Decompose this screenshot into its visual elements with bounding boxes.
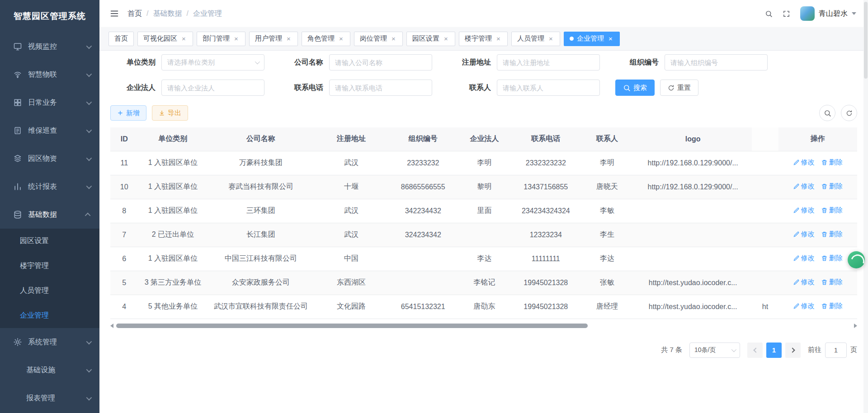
next-page-button[interactable] — [785, 343, 801, 358]
chevron-down-icon — [731, 347, 736, 352]
delete-row-button[interactable]: 删除 — [821, 158, 843, 167]
register-address-input[interactable] — [503, 55, 594, 70]
edit-row-button[interactable]: 修改 — [793, 182, 815, 191]
sidebar-item-base-data[interactable]: 基础数据 — [0, 201, 99, 229]
sidebar-subitem-park-settings[interactable]: 园区设置 — [0, 229, 99, 253]
app-root: 智慧园区管理系统 视频监控智慧物联日常业务维保巡查园区物资统计报表基础数据园区设… — [0, 0, 868, 413]
sidebar-item-park-materials[interactable]: 园区物资 — [0, 145, 99, 173]
goto-page-input[interactable] — [825, 343, 847, 358]
scroll-right-arrow-icon[interactable] — [854, 324, 857, 328]
float-action-button[interactable] — [848, 251, 865, 268]
delete-row-button[interactable]: 删除 — [821, 182, 843, 191]
add-button[interactable]: 新增 — [110, 105, 146, 121]
reset-button[interactable]: 重置 — [660, 80, 698, 96]
breadcrumb-item[interactable]: 首页 — [127, 9, 142, 19]
edit-row-button[interactable]: 修改 — [793, 254, 815, 263]
edit-row-button[interactable]: 修改 — [793, 230, 815, 239]
sidebar-item-daily-business[interactable]: 日常业务 — [0, 89, 99, 117]
edit-row-button[interactable]: 修改 — [793, 302, 815, 310]
scrollbar-thumb[interactable] — [116, 324, 588, 328]
delete-row-button[interactable]: 删除 — [821, 206, 843, 215]
tab-building[interactable]: 楼宇管理× — [459, 32, 508, 46]
breadcrumb: 首页/基础数据/企业管理 — [127, 9, 222, 19]
sidebar-subitem-enterprise-management[interactable]: 企业管理 — [0, 303, 99, 328]
tab-user[interactable]: 用户管理× — [249, 32, 298, 46]
tab-personnel[interactable]: 人员管理× — [511, 32, 560, 46]
col-id: ID — [110, 127, 138, 151]
sidebar-item-statistics-report[interactable]: 统计报表 — [0, 173, 99, 201]
delete-row-button[interactable]: 删除 — [821, 254, 843, 263]
breadcrumb-item[interactable]: 基础数据 — [153, 9, 182, 19]
horizontal-scrollbar[interactable] — [110, 323, 857, 329]
table-row: 45 其他业务单位武汉市宜联科技有限责任公司文化园路65415132321唐劭东… — [110, 295, 857, 319]
cell-id: 11 — [110, 151, 138, 175]
sidebar-item-maintenance-inspection[interactable]: 维保巡查 — [0, 117, 99, 145]
scroll-left-arrow-icon[interactable] — [110, 324, 113, 328]
unit-type-select[interactable]: 请选择单位类别 — [161, 54, 264, 70]
user-menu[interactable]: 青山碧水 — [800, 6, 856, 21]
export-button[interactable]: 导出 — [152, 105, 188, 121]
contact-person-input[interactable] — [503, 80, 594, 95]
sidebar-item-label: 园区物资 — [28, 154, 86, 164]
edit-row-button[interactable]: 修改 — [793, 158, 815, 167]
edit-row-button[interactable]: 修改 — [793, 278, 815, 286]
sidebar-item-infrastructure[interactable]: 基础设施 — [0, 356, 99, 384]
cell-logo: http://192.168.0.129:9000/... — [634, 175, 752, 199]
sidebar-item-report-management[interactable]: 报表管理 — [0, 384, 99, 412]
tab-post[interactable]: 岗位管理× — [354, 32, 403, 46]
delete-row-button[interactable]: 删除 — [821, 230, 843, 239]
legal-person-field: 企业法人 — [110, 80, 264, 96]
fullscreen-icon[interactable] — [783, 10, 790, 18]
collapse-sidebar-icon[interactable] — [109, 9, 119, 19]
header-search-icon[interactable] — [765, 10, 773, 18]
cell-companyName: 中国三江科技有限公司 — [208, 247, 314, 271]
topbar: 首页/基础数据/企业管理 青山碧水 — [99, 0, 868, 27]
vertical-scrollbar[interactable] — [863, 0, 868, 413]
sidebar-item-label: 视频监控 — [28, 42, 86, 52]
tab-close-icon[interactable]: × — [233, 35, 240, 42]
tab-close-icon[interactable]: × — [180, 35, 187, 42]
chevron-down-icon — [86, 394, 92, 400]
sidebar-item-video-monitoring[interactable]: 视频监控 — [0, 33, 99, 61]
contact-phone-input[interactable] — [335, 80, 426, 95]
tab-close-icon[interactable]: × — [607, 35, 614, 42]
sidebar-item-smart-iot[interactable]: 智慧物联 — [0, 61, 99, 89]
prev-page-button[interactable] — [747, 343, 763, 358]
tab-close-icon[interactable]: × — [547, 35, 554, 42]
tab-close-icon[interactable]: × — [443, 35, 449, 42]
company-name-field: 公司名称 — [278, 54, 432, 70]
toggle-search-icon[interactable] — [819, 105, 835, 121]
refresh-table-icon[interactable] — [841, 105, 857, 121]
tab-department[interactable]: 部门管理× — [197, 32, 245, 46]
col-contactPhone: 联系电话 — [511, 127, 580, 151]
legal-person-input[interactable] — [167, 80, 259, 95]
page-number-button[interactable]: 1 — [766, 343, 782, 358]
scrollbar-track[interactable] — [115, 324, 852, 328]
sidebar-subitem-building-management[interactable]: 楼宇管理 — [0, 253, 99, 278]
cell-operation: 修改删除 — [778, 247, 857, 271]
tab-close-icon[interactable]: × — [495, 35, 502, 42]
tab-visual-park[interactable]: 可视化园区× — [137, 32, 193, 46]
page-size-select[interactable]: 10条/页 — [689, 343, 740, 358]
search-button[interactable]: 搜索 — [615, 80, 655, 96]
vertical-scrollbar-thumb[interactable] — [864, 2, 868, 79]
org-number-input[interactable] — [670, 55, 762, 70]
company-name-input[interactable] — [335, 55, 426, 70]
maintenance-icon — [13, 126, 23, 136]
sidebar-subitem-personnel-management[interactable]: 人员管理 — [0, 278, 99, 303]
tab-close-icon[interactable]: × — [285, 35, 292, 42]
tab-park-settings[interactable]: 园区设置× — [406, 32, 455, 46]
tab-home[interactable]: 首页 — [108, 32, 134, 46]
sidebar-item-system-management[interactable]: 系统管理 — [0, 328, 99, 356]
avatar[interactable] — [800, 6, 815, 21]
tab-close-icon[interactable]: × — [338, 35, 344, 42]
tab-enterprise[interactable]: 企业管理× — [564, 32, 620, 46]
edit-row-button[interactable]: 修改 — [793, 206, 815, 215]
delete-row-button[interactable]: 删除 — [821, 278, 843, 286]
trash-icon — [821, 183, 828, 190]
delete-row-button[interactable]: 删除 — [821, 302, 843, 310]
page-content: 单位类别请选择单位类别公司名称注册地址组织编号企业法人联系电话联系人搜索重置 新… — [99, 51, 868, 413]
tab-close-icon[interactable]: × — [390, 35, 397, 42]
breadcrumb-separator: / — [186, 9, 188, 18]
tab-role[interactable]: 角色管理× — [302, 32, 350, 46]
